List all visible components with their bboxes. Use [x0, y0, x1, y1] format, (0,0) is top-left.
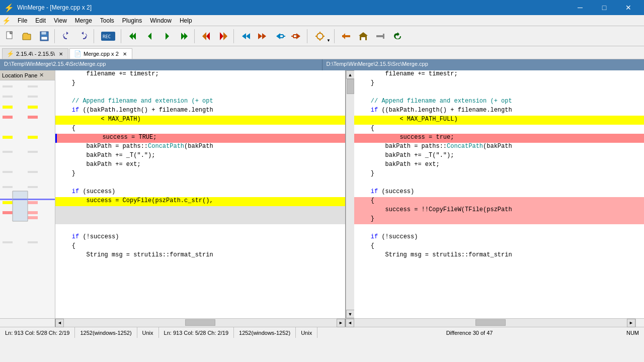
close-button[interactable]: ✕ [617, 0, 640, 15]
toolbar-sep-1 [54, 29, 56, 43]
minimize-button[interactable]: ─ [569, 0, 592, 15]
table-row: } [354, 79, 644, 88]
menu-tools[interactable]: Tools [96, 16, 118, 25]
new-button[interactable] [2, 28, 18, 44]
scroll-right-arrow[interactable]: ► [337, 319, 345, 327]
menu-help[interactable]: Help [176, 16, 196, 25]
tab-dir-label: 2.15.4\ - 2.15.5\ [16, 51, 55, 57]
menu-edit[interactable]: Edit [31, 16, 50, 25]
status-left-eol: Unix [137, 327, 159, 338]
horizontal-scrollbars: ◄ ► ◄ ► [0, 318, 644, 327]
vertical-scrollbar[interactable]: ▲ ▼ [346, 70, 354, 318]
start-icon [201, 31, 212, 42]
left-eol-text: Unix [142, 330, 153, 336]
toolbar-sep-3 [121, 29, 123, 43]
scroll-left-arrow[interactable]: ◄ [55, 319, 64, 327]
scroll-down-arrow[interactable]: ▼ [346, 310, 355, 318]
merge-left-icon [291, 31, 302, 42]
menu-plugins[interactable]: Plugins [118, 16, 146, 25]
horiz-scroll-track-right[interactable] [354, 319, 627, 327]
table-row: < MAX_PATH) [55, 116, 345, 125]
tab-file-label: Merge.cpp x 2 [84, 51, 119, 57]
last-diff-button[interactable] [176, 28, 192, 44]
tab-dir-close[interactable]: ✕ [59, 51, 63, 57]
status-bar: Ln: 913 Col: 5/28 Ch: 2/19 1252(windows-… [0, 327, 644, 338]
svg-marker-13 [181, 33, 185, 40]
copy-right-button[interactable] [237, 28, 254, 44]
table-row: } [354, 215, 644, 224]
left-horizontal-scrollbar[interactable]: ◄ ► [55, 319, 346, 327]
refresh-button[interactable] [389, 28, 406, 44]
svg-rect-49 [3, 151, 13, 153]
redo-button[interactable] [75, 28, 92, 44]
table-row [55, 206, 345, 215]
maximize-button[interactable]: □ [593, 0, 616, 15]
svg-marker-9 [129, 33, 133, 40]
svg-rect-52 [3, 201, 13, 204]
merge-left-button[interactable] [289, 28, 305, 44]
end-button[interactable] [215, 28, 231, 44]
path-right: D:\Temp\WinMerge\2.15.5\Src\Merge.cpp [323, 59, 645, 70]
menu-merge[interactable]: Merge [71, 16, 96, 25]
last-diff-icon [179, 31, 190, 42]
next-diff-button[interactable] [159, 28, 175, 44]
table-row: if ((bakPath.length() + filename.length [354, 107, 644, 116]
save-button[interactable] [36, 28, 52, 44]
menu-file[interactable]: File [14, 16, 31, 25]
first-diff-button[interactable] [125, 28, 141, 44]
copy-right-icon [240, 31, 251, 42]
scroll-thumb[interactable] [347, 79, 354, 94]
svg-rect-64 [28, 211, 38, 214]
svg-marker-20 [246, 33, 250, 39]
table-row [55, 224, 345, 233]
title-controls: ─ □ ✕ [569, 0, 640, 15]
merge-right-button[interactable] [272, 28, 288, 44]
status-diff-count: Difference 30 of 47 [441, 327, 498, 338]
status-right-eol: Unix [296, 327, 317, 338]
scroll-left-arrow-right[interactable]: ◄ [346, 319, 354, 327]
table-row: filename += timestr; [354, 70, 644, 79]
svg-marker-23 [276, 33, 280, 39]
nav-left-button[interactable] [338, 28, 354, 44]
save-icon [39, 31, 50, 42]
svg-rect-63 [28, 201, 38, 204]
options-button[interactable]: ▼ [311, 28, 332, 44]
tab-file-compare[interactable]: 📄 Merge.cpp x 2 ✕ [69, 48, 132, 59]
table-row: if (!success) [354, 233, 644, 242]
horiz-scroll-thumb-left[interactable] [185, 319, 215, 326]
nav-home-button[interactable] [355, 28, 371, 44]
right-diff-pane[interactable]: filename += timestr; } // Append filenam… [354, 70, 644, 318]
tab-file-close[interactable]: ✕ [123, 51, 127, 57]
prev-diff-button[interactable] [142, 28, 158, 44]
scroll-up-arrow[interactable]: ▲ [346, 70, 355, 79]
svg-rect-62 [28, 186, 38, 188]
menu-window[interactable]: Window [146, 16, 176, 25]
left-diff-pane[interactable]: filename += timestr; } // Append filenam… [55, 70, 346, 318]
right-eol-text: Unix [301, 330, 312, 336]
open-button[interactable] [19, 28, 35, 44]
undo-button[interactable] [58, 28, 74, 44]
tab-dir-compare[interactable]: ⚡ 2.15.4\ - 2.15.5\ ✕ [2, 48, 68, 59]
scroll-right-arrow-right[interactable]: ► [627, 319, 635, 327]
scroll-track[interactable] [346, 79, 354, 310]
table-row: filename += timestr; [55, 70, 345, 79]
menu-view[interactable]: View [50, 16, 71, 25]
nav-end-button[interactable] [372, 28, 388, 44]
tab-dir-icon: ⚡ [7, 50, 14, 57]
path-left-text: D:\Temp\WinMerge\2.15.4\Src\Merge.cpp [4, 61, 106, 67]
table-row: bakPath = paths::ConcatPath(bakPath [354, 143, 644, 152]
table-row: String msg = strutils::format_strin [354, 251, 644, 260]
copy-left-button[interactable] [255, 28, 271, 44]
location-pane-close-button[interactable]: ✕ [39, 72, 44, 78]
horiz-scroll-thumb-right[interactable] [475, 319, 506, 326]
new-icon [5, 31, 16, 42]
script-button[interactable]: REC [98, 28, 119, 44]
path-left: D:\Temp\WinMerge\2.15.4\Src\Merge.cpp [0, 59, 323, 70]
horiz-scroll-track-left[interactable] [64, 319, 337, 327]
path-right-text: D:\Temp\WinMerge\2.15.5\Src\Merge.cpp [327, 61, 428, 67]
right-horizontal-scrollbar[interactable]: ◄ ► [346, 319, 635, 327]
prev-diff-icon [144, 31, 155, 42]
start-button[interactable] [198, 28, 214, 44]
table-row: bakPath += _T("."); [55, 152, 345, 161]
location-pane-header: Location Pane ✕ [0, 70, 55, 80]
